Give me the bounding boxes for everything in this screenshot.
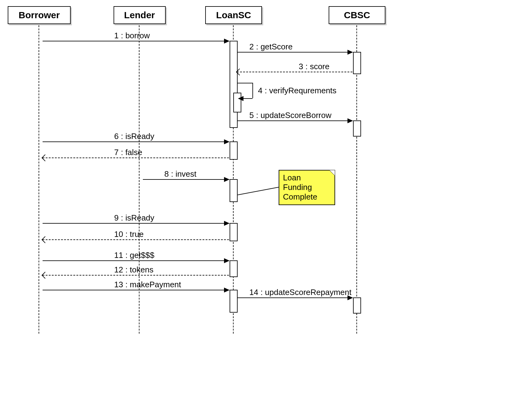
msg-line-7 — [43, 158, 229, 158]
msg-head-9 — [224, 221, 230, 226]
activation-loansc-1 — [233, 93, 241, 112]
msg-line-8 — [143, 179, 229, 180]
msg-head-6 — [224, 139, 230, 144]
msg-line-3 — [237, 72, 352, 72]
msg-line-13 — [43, 290, 229, 290]
activation-loansc-4 — [230, 141, 238, 160]
self-msg-vert-4 — [252, 83, 253, 98]
msg-head-13 — [224, 288, 230, 293]
activation-cbsc-9 — [353, 297, 361, 314]
participant-loansc: LoanSC — [205, 6, 262, 24]
msg-label-13: 13 : makePayment — [114, 280, 181, 289]
note-connector — [238, 187, 279, 195]
msg-line-1 — [43, 41, 229, 41]
msg-head-8 — [224, 177, 230, 182]
msg-label-12: 12 : tokens — [114, 265, 153, 275]
msg-label-1: 1 : borrow — [114, 31, 150, 40]
msg-line-6 — [43, 141, 229, 142]
msg-head-1 — [224, 39, 230, 44]
msg-label-8: 8 : invest — [164, 169, 197, 179]
msg-head-10 — [42, 236, 49, 243]
activation-cbsc-2 — [353, 52, 361, 74]
note-text: Loan Funding Complete — [283, 173, 317, 201]
msg-label-3: 3 : score — [299, 62, 330, 71]
msg-label-9: 9 : isReady — [114, 213, 154, 223]
activation-loansc-5 — [230, 179, 238, 202]
msg-head-5 — [347, 118, 353, 123]
activation-loansc-0 — [230, 41, 238, 128]
msg-label-11: 11 : get$$$ — [114, 251, 154, 260]
participant-borrower: Borrower — [8, 6, 71, 24]
sequence-diagram: BorrowerLenderLoanSCCBSC1 : borrow2 : ge… — [6, 6, 526, 390]
msg-line-2 — [237, 52, 352, 53]
msg-line-9 — [43, 223, 229, 224]
msg-line-14 — [237, 297, 352, 298]
activation-loansc-7 — [230, 260, 238, 277]
msg-head-2 — [347, 50, 353, 55]
msg-label-4: 4 : verifyRequrements — [258, 86, 336, 95]
self-msg-top-4 — [237, 83, 252, 83]
msg-line-5 — [237, 120, 352, 121]
msg-head-12 — [42, 272, 49, 279]
msg-label-6: 6 : isReady — [114, 132, 154, 141]
lifeline-borrower — [39, 25, 39, 334]
self-msg-head-4 — [238, 96, 243, 101]
msg-label-10: 10 : true — [114, 230, 143, 239]
msg-head-7 — [42, 154, 49, 162]
note-fold-inner-icon — [330, 170, 335, 175]
msg-label-2: 2 : getScore — [249, 42, 293, 52]
participant-lender: Lender — [114, 6, 166, 24]
activation-cbsc-3 — [353, 120, 361, 137]
activation-loansc-8 — [230, 290, 238, 313]
msg-label-5: 5 : updateScoreBorrow — [249, 111, 331, 120]
note-loan-funding: Loan Funding Complete — [279, 170, 335, 205]
msg-head-11 — [224, 258, 230, 263]
msg-line-12 — [43, 275, 229, 276]
activation-loansc-6 — [230, 223, 238, 241]
participant-cbsc: CBSC — [329, 6, 385, 24]
msg-line-10 — [43, 239, 229, 240]
msg-label-7: 7 : false — [114, 148, 142, 157]
msg-line-11 — [43, 260, 229, 261]
msg-label-14: 14 : updateScoreRepayment — [249, 288, 351, 297]
